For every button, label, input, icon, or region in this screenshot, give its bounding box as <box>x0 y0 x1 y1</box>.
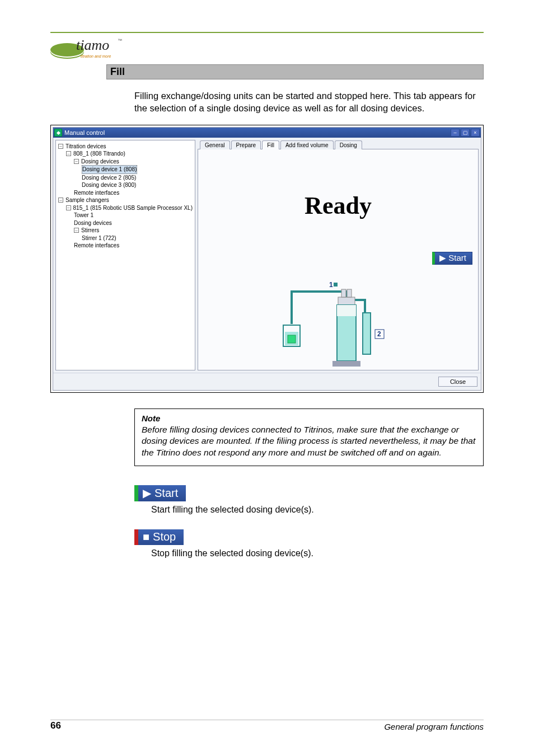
screenshot-frame: ◆ Manual control – ▢ × –Titration device… <box>50 125 484 393</box>
tiamo-logo: tiamo ™ titration and more <box>50 35 123 61</box>
note-box: Note Before filling dosing devices conne… <box>134 408 484 467</box>
close-button[interactable]: Close <box>438 377 477 387</box>
tree-node[interactable]: Dosing devices <box>74 219 112 227</box>
minimize-icon[interactable]: – <box>451 129 460 137</box>
tree-node[interactable]: Dosing devices <box>81 158 119 166</box>
start-label: Start <box>154 487 178 500</box>
start-button-doc: ▶ Start <box>134 485 186 501</box>
tree-node[interactable]: Remote interfaces <box>74 189 119 197</box>
device-tree[interactable]: –Titration devices –808_1 (808 Titrando)… <box>55 140 195 370</box>
manual-control-window: ◆ Manual control – ▢ × –Titration device… <box>53 127 481 391</box>
tree-node[interactable]: Titration devices <box>65 143 106 151</box>
tree-node[interactable]: Stirrers <box>81 227 99 234</box>
page-number: 66 <box>50 720 61 731</box>
tree-node[interactable]: Stirrer 1 (722) <box>82 234 116 242</box>
svg-rect-11 <box>347 289 352 297</box>
start-description: Start filling the selected dosing device… <box>151 505 484 515</box>
dosing-diagram: 1 2 <box>198 269 478 370</box>
close-icon[interactable]: × <box>471 129 480 137</box>
tree-node[interactable]: 808_1 (808 Titrando) <box>73 150 125 158</box>
app-icon: ◆ <box>54 129 62 137</box>
svg-rect-16 <box>332 361 360 367</box>
tree-node[interactable]: Dosing device 2 (805) <box>82 174 136 182</box>
stop-icon: ■ <box>143 530 149 543</box>
tab-dosing[interactable]: Dosing <box>335 140 362 149</box>
note-body: Before filling dosing devices connected … <box>142 424 476 459</box>
maximize-icon[interactable]: ▢ <box>461 129 470 137</box>
collapse-icon[interactable]: – <box>58 198 63 203</box>
tree-node[interactable]: Sample changers <box>65 196 109 204</box>
window-title: Manual control <box>64 129 105 136</box>
svg-rect-13 <box>334 283 338 287</box>
tree-node-selected[interactable]: Dosing device 1 (808) <box>82 165 137 174</box>
tree-node[interactable]: Remote interfaces <box>74 242 119 250</box>
svg-rect-9 <box>338 297 355 305</box>
collapse-icon[interactable]: – <box>66 151 71 156</box>
play-icon: ▶ <box>143 486 151 500</box>
svg-rect-17 <box>363 313 371 354</box>
stop-description: Stop filling the selected dosing device(… <box>151 548 484 558</box>
svg-rect-15 <box>337 305 356 316</box>
ready-status: Ready <box>198 149 478 248</box>
page-section: General program functions <box>384 722 484 731</box>
intro-text: Filling exchange/dosing units can be sta… <box>134 90 484 115</box>
collapse-icon[interactable]: – <box>58 144 63 149</box>
section-title: Fill <box>106 64 484 79</box>
window-titlebar: ◆ Manual control – ▢ × <box>53 128 481 138</box>
svg-text:titration and more: titration and more <box>81 54 111 58</box>
collapse-icon[interactable]: – <box>74 159 79 164</box>
tree-node[interactable]: Tower 1 <box>74 212 93 219</box>
svg-rect-10 <box>341 289 346 297</box>
tab-fill[interactable]: Fill <box>262 140 279 149</box>
play-icon: ▶ <box>439 253 446 263</box>
collapse-icon[interactable]: – <box>66 205 71 210</box>
note-title: Note <box>142 414 476 423</box>
tree-node[interactable]: 815_1 (815 Robotic USB Sample Processor … <box>73 204 193 212</box>
svg-text:2: 2 <box>377 330 381 338</box>
tab-prepare[interactable]: Prepare <box>231 140 261 149</box>
start-button[interactable]: ▶ Start <box>432 252 472 265</box>
tab-general[interactable]: General <box>200 140 230 149</box>
stop-label: Stop <box>153 530 176 543</box>
tab-content: Ready ▶ Start <box>198 149 479 370</box>
svg-text:1: 1 <box>329 281 333 289</box>
collapse-icon[interactable]: – <box>74 228 79 233</box>
svg-rect-8 <box>288 335 296 343</box>
svg-text:tiamo: tiamo <box>76 37 109 53</box>
tab-add-fixed-volume[interactable]: Add fixed volume <box>280 140 334 149</box>
tree-node[interactable]: Dosing device 3 (800) <box>82 181 136 189</box>
svg-text:™: ™ <box>118 38 122 43</box>
stop-button-doc: ■ Stop <box>134 529 184 545</box>
start-label: Start <box>448 253 466 262</box>
